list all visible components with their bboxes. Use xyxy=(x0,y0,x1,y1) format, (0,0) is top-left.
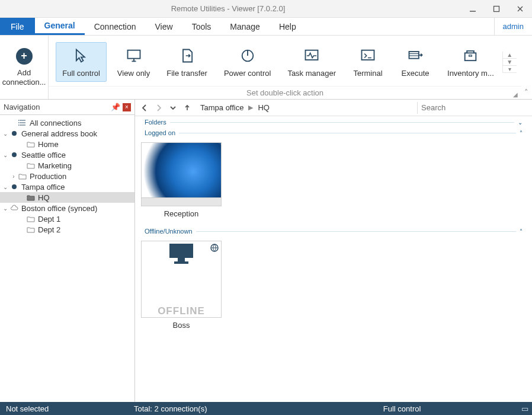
offline-status-label: OFFLINE xyxy=(158,305,205,317)
ribbon-power-control[interactable]: Power control xyxy=(218,43,277,81)
close-button[interactable] xyxy=(508,0,532,18)
ribbon: + Addconnection... Full control View onl… xyxy=(0,36,532,100)
section-folders[interactable]: Folders⌄ xyxy=(145,117,523,127)
breadcrumb-sep-icon: ▶ xyxy=(248,104,253,111)
status-selection: Not selected xyxy=(0,404,55,413)
chevron-up-icon: ˄ xyxy=(520,130,523,136)
ribbon-task-manager[interactable]: Task manager xyxy=(281,43,342,81)
menu-connection[interactable]: Connection xyxy=(85,18,146,35)
inventory-icon xyxy=(462,46,479,65)
menu-tools[interactable]: Tools xyxy=(182,18,221,35)
pulse-icon xyxy=(303,46,320,65)
svg-point-23 xyxy=(18,124,19,126)
svg-rect-27 xyxy=(174,261,188,264)
titlebar: Remote Utilities - Viewer [7.0.2.0] xyxy=(0,0,532,18)
main-panel: Tampa office ▶ HQ Folders⌄ Logged on˄ Re… xyxy=(135,100,532,402)
ribbon-collapse-button[interactable]: ˄ xyxy=(521,36,532,99)
tree-all-connections[interactable]: All connections xyxy=(0,117,134,128)
logged-on-grid: Reception xyxy=(140,139,527,225)
globe-icon xyxy=(210,244,219,254)
menubar: File General Connection View Tools Manag… xyxy=(0,18,532,36)
ribbon-scroll-up[interactable]: ▲ xyxy=(503,52,517,59)
minimize-button[interactable] xyxy=(461,0,485,18)
execute-icon xyxy=(407,46,424,65)
status-mode: Full control xyxy=(286,404,518,413)
maximize-button[interactable] xyxy=(485,0,508,18)
folder-icon xyxy=(18,172,27,180)
folder-icon xyxy=(26,215,36,223)
tree-hq[interactable]: HQ xyxy=(0,192,134,203)
folder-icon xyxy=(26,225,36,234)
menu-file[interactable]: File xyxy=(0,18,35,35)
ribbon-full-control[interactable]: Full control xyxy=(56,42,107,82)
ribbon-execute[interactable]: Execute xyxy=(394,43,437,81)
nav-up-button[interactable] xyxy=(180,101,194,115)
body: Navigation 📌 × All connections ⌄General … xyxy=(0,100,532,402)
ribbon-terminal[interactable]: Terminal xyxy=(347,43,389,81)
menu-help[interactable]: Help xyxy=(270,18,306,35)
terminal-icon xyxy=(360,46,376,65)
svg-rect-12 xyxy=(362,50,374,60)
tree-tampa-office[interactable]: ⌄Tampa office xyxy=(0,181,134,192)
cloud-icon xyxy=(9,204,19,212)
ribbon-scroll-down[interactable]: ▼ xyxy=(503,59,517,66)
folder-icon xyxy=(26,140,36,148)
navigation-title: Navigation xyxy=(4,103,111,111)
ribbon-inventory[interactable]: Inventory m... xyxy=(441,43,500,81)
chevron-up-icon: ˄ xyxy=(520,228,523,235)
user-label[interactable]: admin xyxy=(494,18,532,35)
tree-general-address-book[interactable]: ⌄General address book xyxy=(0,128,134,139)
svg-rect-3 xyxy=(494,6,499,11)
crumb-hq[interactable]: HQ xyxy=(258,103,270,112)
navigation-tree: All connections ⌄General address book Ho… xyxy=(0,115,134,402)
menu-manage[interactable]: Manage xyxy=(220,18,270,35)
status-grip-icon[interactable]: ▭ xyxy=(518,404,532,413)
menu-general[interactable]: General xyxy=(35,18,85,35)
status-total: Total: 2 connection(s) xyxy=(55,404,286,413)
tree-dept1[interactable]: Dept 1 xyxy=(0,213,134,224)
ribbon-scroll-more[interactable]: ▾ xyxy=(503,66,517,73)
ribbon-view-only[interactable]: View only xyxy=(111,43,156,81)
tree-seattle-office[interactable]: ⌄Seattle office xyxy=(0,149,134,160)
ribbon-file-transfer[interactable]: File transfer xyxy=(161,43,213,81)
nav-forward-button[interactable] xyxy=(152,101,166,115)
dot-icon xyxy=(9,151,19,159)
power-icon xyxy=(239,46,256,65)
tree-marketing[interactable]: Marketing xyxy=(0,160,134,171)
plus-icon: + xyxy=(16,48,33,65)
section-logged-on[interactable]: Logged on˄ xyxy=(145,128,523,138)
file-arrow-icon xyxy=(179,46,196,65)
monitor-icon xyxy=(167,241,196,267)
nav-back-button[interactable] xyxy=(137,101,152,115)
breadcrumb: Tampa office ▶ HQ xyxy=(194,103,417,112)
add-connection-button[interactable]: + Addconnection... xyxy=(0,36,49,99)
tree-home[interactable]: Home xyxy=(0,139,134,149)
connection-thumbnail xyxy=(141,142,222,206)
svg-rect-13 xyxy=(409,52,419,59)
ribbon-actions: Full control View only File transfer Pow… xyxy=(49,36,521,99)
tree-dept2[interactable]: Dept 2 xyxy=(0,224,134,235)
cursor-icon xyxy=(73,46,89,65)
add-connection-label: Addconnection... xyxy=(2,68,46,87)
ribbon-scroller: ▲ ▼ ▾ xyxy=(502,52,517,73)
nav-history-button[interactable] xyxy=(166,101,180,115)
ribbon-expand-icon[interactable]: ◢ xyxy=(513,91,518,98)
search-input[interactable] xyxy=(417,102,530,114)
svg-rect-17 xyxy=(469,55,472,56)
crumb-tampa[interactable]: Tampa office xyxy=(200,103,243,112)
tree-boston-office[interactable]: ⌄Boston office (synced) xyxy=(0,203,134,213)
dot-icon xyxy=(9,183,19,191)
nav-close-button[interactable]: × xyxy=(123,103,131,111)
section-offline[interactable]: Offline/Unknown˄ xyxy=(145,226,523,236)
connection-tile-reception[interactable]: Reception xyxy=(141,142,222,218)
pin-icon[interactable]: 📌 xyxy=(111,103,120,111)
connection-name: Reception xyxy=(164,209,199,218)
window-title: Remote Utilities - Viewer [7.0.2.0] xyxy=(0,4,456,13)
svg-point-22 xyxy=(18,122,19,123)
ribbon-caption: Set double-click action ◢ xyxy=(49,86,521,99)
dot-icon xyxy=(9,129,19,138)
tree-production[interactable]: ›Production xyxy=(0,171,134,181)
monitor-icon xyxy=(126,46,142,65)
connection-tile-boss[interactable]: OFFLINE Boss xyxy=(141,241,222,330)
menu-view[interactable]: View xyxy=(146,18,182,35)
